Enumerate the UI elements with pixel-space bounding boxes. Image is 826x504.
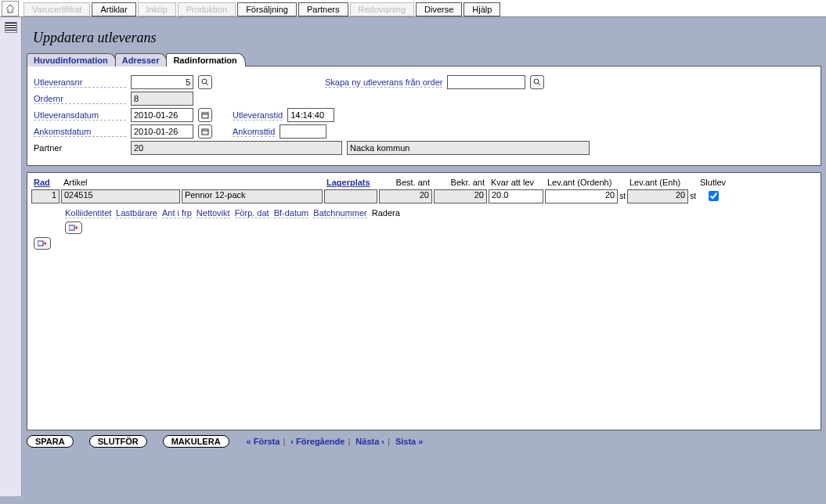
menu-inköp: Inköp xyxy=(138,2,176,16)
col-bekr: Bekr. ant xyxy=(433,176,488,189)
utleveranstid-input[interactable] xyxy=(287,108,334,122)
skapa-label: Skapa ny utleverans från order xyxy=(325,77,442,88)
ordernr-label: Ordernr xyxy=(34,94,126,104)
sub-netto: Nettovikt xyxy=(197,208,230,218)
col-levenh: Lev.ant (Enh) xyxy=(626,176,697,189)
sub-batch: Batchnummer xyxy=(313,208,366,218)
slutlev-checkbox[interactable] xyxy=(709,191,719,201)
cell-lager xyxy=(324,189,377,203)
utleveransdatum-calendar-icon[interactable] xyxy=(198,108,212,122)
svg-rect-9 xyxy=(38,241,43,246)
footer: SPARA SLUTFÖR MAKULERA « Första| ‹ Föreg… xyxy=(27,435,821,448)
tab-radinformation[interactable]: Radinformation xyxy=(166,53,245,67)
sub-lastb: Lastbärare xyxy=(116,208,157,218)
line-table: Rad Artikel Lagerplats Best. ant Bekr. a… xyxy=(31,176,729,203)
sub-radera: Radera xyxy=(372,208,400,218)
ankomstdatum-input[interactable] xyxy=(131,124,193,139)
skapa-input[interactable] xyxy=(447,75,525,89)
partner-code: 20 xyxy=(131,141,342,155)
svg-line-3 xyxy=(538,83,540,85)
menu-försäljning[interactable]: Försäljning xyxy=(237,2,297,16)
utleveransnr-input[interactable] xyxy=(131,75,193,89)
save-button[interactable]: SPARA xyxy=(27,435,74,448)
cell-levord[interactable]: 20 xyxy=(545,189,618,203)
skapa-search-icon[interactable] xyxy=(530,75,544,89)
page-title: Uppdatera utleverans xyxy=(33,30,815,46)
tab-huvudinformation[interactable]: Huvudinformation xyxy=(27,53,117,67)
tab-adresser[interactable]: Adresser xyxy=(115,53,168,67)
sub-tabs: HuvudinformationAdresserRadinformation xyxy=(27,53,821,67)
utleveransnr-search-icon[interactable] xyxy=(198,75,212,89)
menu-diverse[interactable]: Diverse xyxy=(416,2,462,16)
unit-ord: st xyxy=(618,192,626,200)
partner-label: Partner xyxy=(34,143,126,153)
row-action-icon[interactable] xyxy=(65,221,82,234)
void-button[interactable]: MAKULERA xyxy=(163,435,229,448)
pager-first[interactable]: « Första xyxy=(247,437,280,446)
pager: « Första| ‹ Föregående| Nästa ›| Sista » xyxy=(245,437,425,446)
svg-rect-8 xyxy=(69,225,74,230)
col-slutlev: Slutlev xyxy=(697,176,729,189)
sub-forp: Förp. dat xyxy=(235,208,269,218)
utleveransdatum-label: Utleveransdatum xyxy=(34,110,126,121)
form-panel: Utleveransnr Skapa ny utleverans från or… xyxy=(27,66,821,166)
pager-prev[interactable]: ‹ Föregående xyxy=(290,437,344,446)
ordernr-value: 8 xyxy=(131,92,193,106)
svg-line-1 xyxy=(206,83,208,85)
home-icon[interactable] xyxy=(2,1,19,16)
ankomstdatum-label: Ankomstdatum xyxy=(34,127,126,137)
pager-next[interactable]: Nästa › xyxy=(355,437,384,446)
col-levord: Lev.ant (Ordenh) xyxy=(544,176,626,189)
partner-name: Nacka kommun xyxy=(347,141,590,155)
col-best: Best. ant xyxy=(378,176,433,189)
sub-kolli: Kolliidentitet xyxy=(65,208,111,218)
svg-rect-4 xyxy=(202,113,208,118)
menu-redovisning: Redovisning xyxy=(350,2,415,16)
sub-antifrp: Ant i frp xyxy=(162,208,192,218)
cell-rad: 1 xyxy=(31,189,60,203)
grid-panel: Rad Artikel Lagerplats Best. ant Bekr. a… xyxy=(27,172,821,430)
subheaders: Kolliidentitet Lastbärare Ant i frp Nett… xyxy=(65,208,817,218)
ankomsttid-input[interactable] xyxy=(280,124,326,139)
left-rail xyxy=(0,17,22,496)
table-row: 1 024515 Pennor 12-pack 20 20 20.0 20st … xyxy=(31,189,729,203)
menu-produktion: Produktion xyxy=(178,2,236,16)
cell-artname: Pennor 12-pack xyxy=(182,189,323,203)
col-artikel: Artikel xyxy=(60,176,323,189)
cell-artnr: 024515 xyxy=(61,189,180,203)
menu-hjälp[interactable]: Hjälp xyxy=(463,2,500,16)
unit-enh: st xyxy=(688,192,696,200)
svg-rect-6 xyxy=(202,129,208,135)
cell-best: 20 xyxy=(379,189,432,203)
menu-partners[interactable]: Partners xyxy=(298,2,348,16)
utleveransdatum-input[interactable] xyxy=(131,108,193,122)
cell-levenh: 20 xyxy=(627,189,688,203)
cell-kvar[interactable]: 20.0 xyxy=(489,189,543,203)
col-rad[interactable]: Rad xyxy=(31,176,60,189)
menu-artiklar[interactable]: Artiklar xyxy=(92,2,135,16)
utleveranstid-label: Utleveranstid xyxy=(233,110,283,121)
complete-button[interactable]: SLUTFÖR xyxy=(89,435,147,448)
sub-bfdat: Bf-datum xyxy=(274,208,309,218)
app-menubar: VarucertifikatArtiklarInköpProduktionFör… xyxy=(0,0,826,17)
cell-bekr: 20 xyxy=(434,189,487,203)
pager-last[interactable]: Sista » xyxy=(395,437,423,446)
col-lagerplats[interactable]: Lagerplats xyxy=(323,176,378,189)
col-kvar: Kvar att lev xyxy=(488,176,544,189)
rail-menu-icon[interactable] xyxy=(5,22,17,33)
grid-action-icon[interactable] xyxy=(34,237,51,250)
ankomstdatum-calendar-icon[interactable] xyxy=(198,124,212,139)
utleveransnr-label: Utleveransnr xyxy=(34,77,126,88)
ankomsttid-label: Ankomsttid xyxy=(233,127,275,137)
menu-varucertifikat: Varucertifikat xyxy=(23,2,90,16)
